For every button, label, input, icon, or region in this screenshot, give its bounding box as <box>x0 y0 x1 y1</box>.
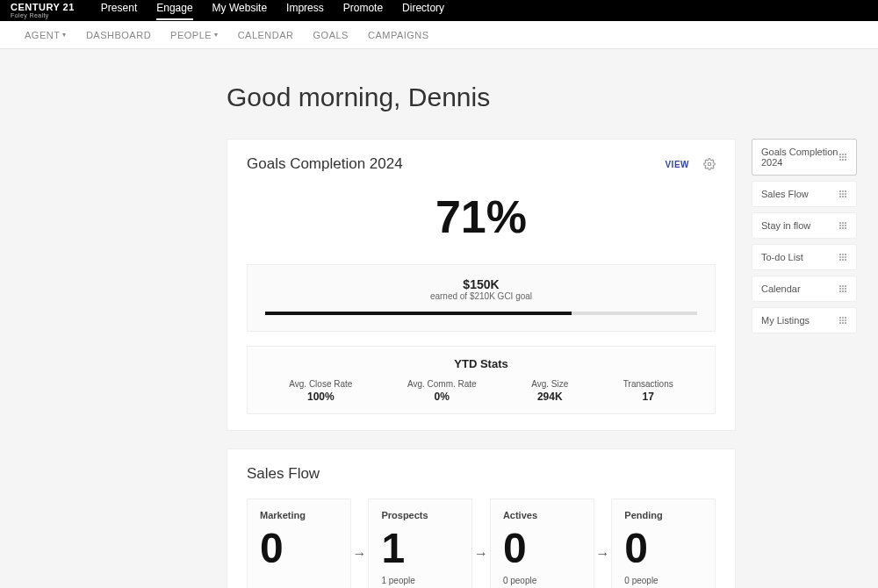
svg-point-40 <box>839 288 841 290</box>
sidebar-item-label: Calendar <box>761 283 801 294</box>
sales-flow-card: Sales Flow Marketing 0 → Prospects 1 1 p… <box>227 448 736 588</box>
goals-card-actions: VIEW <box>665 158 716 170</box>
flow-prospects-sub1: 1 people <box>381 576 459 585</box>
drag-handle-icon[interactable] <box>838 221 847 230</box>
ytd-transactions-value: 17 <box>623 391 673 403</box>
gear-icon[interactable] <box>703 158 716 170</box>
flow-marketing-label: Marketing <box>260 510 338 520</box>
sidebar-item-todo[interactable]: To-do List <box>752 244 857 270</box>
subnav-campaigns[interactable]: CAMPAIGNS <box>368 30 429 40</box>
drag-handle-icon[interactable] <box>838 253 847 262</box>
svg-point-43 <box>839 290 841 292</box>
chevron-down-icon: ▾ <box>62 31 67 39</box>
svg-point-36 <box>845 259 846 261</box>
subnav-calendar[interactable]: CALENDAR <box>238 30 294 40</box>
nav-engage[interactable]: Engage <box>156 2 192 20</box>
ytd-avg-size: Avg. Size 294K <box>531 379 568 403</box>
nav-directory[interactable]: Directory <box>402 2 444 20</box>
svg-point-17 <box>842 196 844 197</box>
subnav-dashboard[interactable]: DASHBOARD <box>86 30 151 40</box>
ytd-comm-rate: Avg. Comm. Rate 0% <box>407 379 477 403</box>
progress-bar-fill <box>265 312 572 315</box>
goals-progress-box: $150K earned of $210K GCI goal <box>247 264 716 332</box>
page-title: Good morning, Dennis <box>227 82 878 112</box>
svg-point-38 <box>842 285 844 287</box>
sidebar-item-mylistings[interactable]: My Listings <box>752 307 857 333</box>
ytd-transactions-label: Transactions <box>623 379 673 389</box>
main-column: Goals Completion 2024 VIEW 71% $150K ear… <box>227 139 736 588</box>
svg-point-34 <box>839 259 841 261</box>
brand-name: CENTURY 21 <box>11 3 75 12</box>
drag-handle-icon[interactable] <box>838 284 847 293</box>
svg-point-18 <box>845 196 846 197</box>
flow-actives-sub1: 0 people <box>503 576 581 585</box>
svg-point-23 <box>842 225 844 226</box>
flow-marketing[interactable]: Marketing 0 <box>247 498 351 588</box>
arrow-right-icon: → <box>594 498 612 588</box>
flow-pending[interactable]: Pending 0 0 people 0 transactions <box>611 498 716 588</box>
svg-point-37 <box>839 285 841 287</box>
top-navbar: CENTURY 21 Foley Realty Present Engage M… <box>0 0 878 21</box>
drag-handle-icon[interactable] <box>838 316 847 325</box>
goals-completion-card: Goals Completion 2024 VIEW 71% $150K ear… <box>227 139 736 431</box>
sidebar-item-stayinflow[interactable]: Stay in flow <box>752 212 857 239</box>
goals-card-header: Goals Completion 2024 VIEW <box>247 155 716 173</box>
flow-actives[interactable]: Actives 0 0 people 0 transactions <box>490 498 594 588</box>
svg-point-8 <box>842 159 844 161</box>
flow-prospects[interactable]: Prospects 1 1 people 1 transactions <box>368 498 472 588</box>
subnav-agent[interactable]: AGENT▾ <box>25 30 67 40</box>
ytd-comm-rate-label: Avg. Comm. Rate <box>407 379 477 389</box>
flow-marketing-value: 0 <box>260 526 338 572</box>
widget-sidebar: Goals Completion 2024 Sales Flow Stay in… <box>752 139 857 333</box>
nav-promote[interactable]: Promote <box>343 2 383 20</box>
brand-sub: Foley Realty <box>11 12 75 18</box>
svg-point-14 <box>842 193 844 195</box>
svg-point-21 <box>845 222 846 224</box>
subnav-people[interactable]: PEOPLE▾ <box>170 30 219 40</box>
svg-point-51 <box>845 319 846 321</box>
svg-point-3 <box>845 154 846 155</box>
flow-prospects-value: 1 <box>381 526 459 572</box>
earned-subtext: earned of $210K GCI goal <box>265 291 697 301</box>
flow-actives-value: 0 <box>503 526 581 572</box>
svg-point-41 <box>842 288 844 290</box>
flow-pending-label: Pending <box>624 510 702 520</box>
sidebar-item-label: Goals Completion 2024 <box>761 147 838 168</box>
svg-point-33 <box>845 256 846 258</box>
svg-point-39 <box>845 285 846 287</box>
nav-impress[interactable]: Impress <box>286 2 324 20</box>
subnav-people-label: PEOPLE <box>170 30 212 40</box>
arrow-right-icon: → <box>351 498 369 588</box>
svg-point-11 <box>842 190 844 192</box>
primary-nav: Present Engage My Website Impress Promot… <box>101 2 444 20</box>
svg-point-13 <box>839 193 841 195</box>
goals-card-title: Goals Completion 2024 <box>247 155 403 173</box>
sidebar-item-calendar[interactable]: Calendar <box>752 276 857 302</box>
svg-point-28 <box>839 254 841 255</box>
view-button[interactable]: VIEW <box>665 160 689 169</box>
svg-point-27 <box>845 227 846 229</box>
svg-point-5 <box>842 156 844 158</box>
svg-point-54 <box>845 322 846 324</box>
svg-point-9 <box>845 159 846 161</box>
sidebar-item-goals[interactable]: Goals Completion 2024 <box>752 139 857 176</box>
drag-handle-icon[interactable] <box>838 153 847 161</box>
svg-point-15 <box>845 193 846 195</box>
dashboard-layout: Goals Completion 2024 VIEW 71% $150K ear… <box>0 139 878 588</box>
sidebar-item-salesflow[interactable]: Sales Flow <box>752 181 857 207</box>
svg-point-30 <box>845 254 846 255</box>
ytd-transactions: Transactions 17 <box>623 379 673 403</box>
svg-point-1 <box>839 154 841 155</box>
ytd-grid: Avg. Close Rate 100% Avg. Comm. Rate 0% … <box>262 379 701 403</box>
svg-point-49 <box>839 319 841 321</box>
nav-mywebsite[interactable]: My Website <box>212 2 267 20</box>
subnav-goals[interactable]: GOALS <box>313 30 349 40</box>
drag-handle-icon[interactable] <box>838 190 847 198</box>
sales-flow-grid: Marketing 0 → Prospects 1 1 people 1 tra… <box>247 498 716 588</box>
svg-point-19 <box>839 222 841 224</box>
progress-bar <box>265 312 697 315</box>
svg-point-10 <box>839 190 841 192</box>
sidebar-item-label: To-do List <box>761 252 803 262</box>
nav-present[interactable]: Present <box>101 2 137 20</box>
svg-point-0 <box>708 162 711 166</box>
